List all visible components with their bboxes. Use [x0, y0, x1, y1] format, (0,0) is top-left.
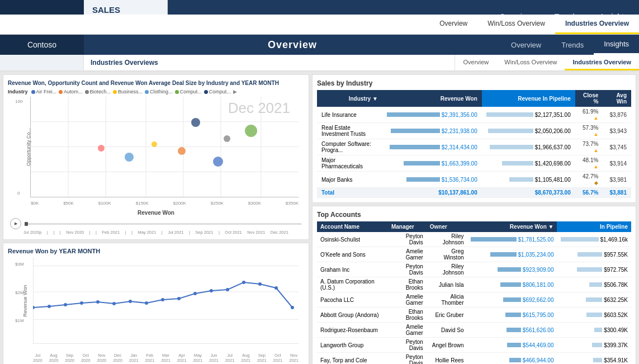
main-header: Contoso Overview Overview Trends Insight… [0, 35, 639, 55]
y-axis-label: Opportunity Co... [26, 127, 31, 166]
legend-item-5: Clothing... [145, 89, 173, 94]
secondary-tab-industries[interactable]: Industries Overview [555, 15, 639, 34]
right-panel: Sales by Industry Industry ▼ Revenue Won… [312, 74, 636, 364]
line-chart-svg [33, 257, 299, 344]
top-nav-tabs: Overview Trends Insights [501, 35, 639, 55]
svg-point-15 [48, 305, 51, 308]
chart-legend: Industry Air Frei... Autom... Biotech...… [8, 89, 304, 94]
bubble-2 [178, 147, 186, 155]
legend-item-3: Biotech... [85, 89, 111, 94]
y-tick-2m: $2M [15, 290, 24, 295]
line-y-label: Revenue Won [22, 285, 28, 316]
col-avg-win: Avg Win [603, 90, 631, 107]
nav-main-title: Overview [268, 39, 317, 51]
main-content: Revenue Won, Opportunity Count and Reven… [0, 72, 639, 364]
bubble-5 [125, 153, 134, 162]
col-close: Close % [575, 90, 603, 107]
svg-point-30 [291, 306, 294, 309]
top-accounts-section: Top Accounts Account Name Manager Owner … [312, 206, 636, 364]
table-row: Life Insurance $2,391,356.00 $ [317, 107, 631, 123]
svg-point-17 [80, 301, 83, 305]
table-row: Abbott Group (Andorra) Ethan Brooks Eric… [317, 308, 631, 323]
col-revenue-won-acct: Revenue Won ▼ [467, 221, 557, 232]
y-tick-1m: $1M [15, 318, 24, 323]
table-row: A. Datum Corporation (U.S.) Ethan Brooks… [317, 277, 631, 292]
accounts-table-title: Top Accounts [317, 211, 631, 219]
app-title: SALES [92, 5, 120, 15]
table-row: Computer Software: Progra... $2,314,434.… [317, 139, 631, 155]
chart-date-label: Dec 2021 [228, 100, 290, 117]
table-row: Real Estate Investment Trusts $2,231,938… [317, 123, 631, 139]
svg-point-22 [161, 298, 164, 301]
bubble-chart-container: Revenue Won, Opportunity Count and Reven… [3, 74, 309, 240]
tab-trends-top[interactable]: Trends [551, 35, 594, 55]
legend-item-4: Business... [113, 89, 143, 94]
svg-point-20 [129, 300, 132, 303]
sub-header: Industries Overviews Overview Win/Loss O… [0, 55, 639, 72]
table-row: O'Keefe and Sons Amelie Garner Greg Wins… [317, 247, 631, 262]
bubble-7 [191, 118, 200, 127]
secondary-tabs: Overview Win/Loss Overview Industries Ov… [168, 15, 639, 34]
legend-item-1: Air Frei... [31, 89, 57, 94]
line-chart-title: Revenue Won by YEAR MONTH [8, 248, 304, 254]
svg-point-24 [193, 292, 197, 295]
table-row: Fay, Torp and Cole Peyton Davis Hollie R… [317, 353, 631, 365]
table-row: Pacocha LLC Amelie Garner Alicia Thomber… [317, 292, 631, 308]
left-panel: Revenue Won, Opportunity Count and Reven… [3, 74, 309, 364]
svg-point-21 [145, 301, 148, 305]
col-revenue-won: Revenue Won [382, 90, 482, 107]
legend-more: ▶ [233, 89, 237, 94]
legend-item-2: Autom... [59, 89, 83, 94]
bubble-3 [224, 135, 230, 142]
legend-item-6: Comput... [175, 89, 202, 94]
accounts-table: Account Name Manager Owner Revenue Won ▼… [317, 221, 631, 364]
table-row: Major Pharmaceuticals $1,663,399.00 [317, 155, 631, 172]
col-account-name: Account Name [317, 221, 388, 232]
bubble-8 [98, 145, 105, 152]
svg-point-29 [274, 286, 278, 290]
col-owner: Owner [427, 221, 467, 232]
y-tick-100: 100 [15, 99, 22, 104]
legend-label: Industry [8, 89, 28, 94]
secondary-nav: Overview Win/Loss Overview Industries Ov… [0, 15, 639, 35]
sales-total-row: Total $10,137,861.00 $8,670,373.00 56.7%… [317, 188, 631, 198]
col-in-pipeline: In Pipeline [557, 221, 631, 232]
sub-tab-overview[interactable]: Overview [455, 55, 496, 70]
svg-point-27 [242, 281, 245, 284]
x-ticks: $0K$50K$100K$150K$200K$250K$300K$350K [31, 201, 299, 206]
app-branding [0, 55, 84, 70]
playback-control: ▶ [8, 218, 304, 229]
legend-item-7: Comput... [204, 89, 231, 94]
line-chart-container: Revenue Won by YEAR MONTH Revenue Won $3… [3, 243, 309, 364]
sub-tab-industries[interactable]: Industries Overview [565, 55, 639, 70]
secondary-nav-tabs: Overview Win/Loss Overview Industries Ov… [455, 55, 639, 70]
bubble-chart-area: Opportunity Co... 100 0 $0K$50K$100K$150… [30, 97, 299, 197]
playback-track[interactable] [25, 223, 302, 225]
table-row: Rodriguez-Rosenbaum Amelie Garner David … [317, 323, 631, 338]
y-tick-3m: $3M [15, 262, 24, 267]
x-axis-label: Revenue Won [8, 210, 304, 216]
secondary-tab-overview[interactable]: Overview [429, 15, 477, 34]
secondary-tab-winloss[interactable]: Win/Loss Overview [477, 15, 555, 34]
time-ticks: Jul 2020p ||| Nov 2020 || Feb 2021 || Ma… [8, 230, 304, 235]
tab-overview-top[interactable]: Overview [501, 35, 551, 55]
tab-insights-top[interactable]: Insights [594, 35, 639, 55]
svg-point-16 [64, 303, 67, 306]
play-button[interactable]: ▶ [10, 218, 21, 229]
table-row: Langworth Group Peyton Davis Angel Brown… [317, 338, 631, 353]
sub-tab-winloss[interactable]: Win/Loss Overview [496, 55, 565, 70]
svg-point-25 [210, 289, 213, 292]
accounts-table-scroll[interactable]: Account Name Manager Owner Revenue Won ▼… [317, 221, 631, 364]
bubble-4 [152, 141, 157, 147]
line-x-ticks: Jul2020 Aug2020 Sep2020 Oct2020 Nov2020 … [33, 353, 299, 363]
svg-point-14 [33, 306, 35, 309]
section-title: Industries Overviews [84, 55, 455, 70]
col-manager: Manager [388, 221, 427, 232]
svg-point-28 [258, 282, 262, 286]
col-pipeline: Revenue In Pipeline [482, 90, 575, 107]
svg-point-18 [96, 300, 100, 304]
sales-by-industry-section: Sales by Industry Industry ▼ Revenue Won… [312, 74, 636, 203]
bubble-chart-title: Revenue Won, Opportunity Count and Reven… [8, 79, 304, 87]
sales-table: Industry ▼ Revenue Won Revenue In Pipeli… [317, 90, 631, 198]
svg-point-19 [112, 302, 116, 305]
